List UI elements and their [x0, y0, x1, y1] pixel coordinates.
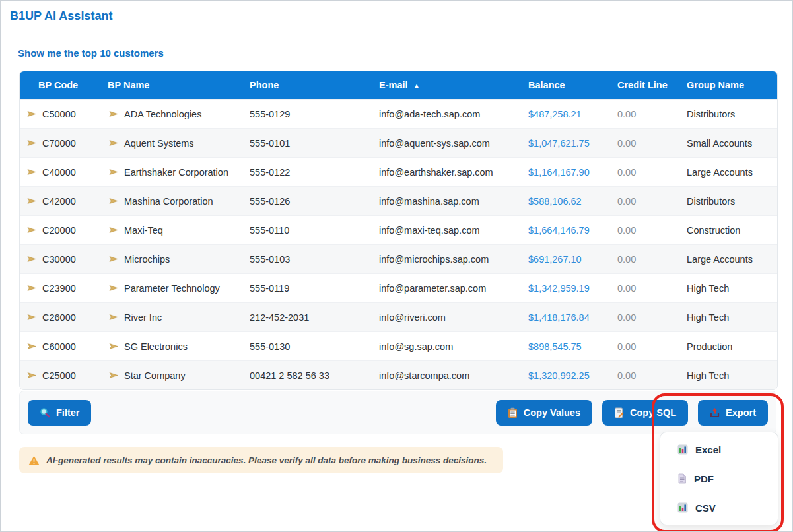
chart-bars-icon: [677, 502, 688, 513]
table-row: C20000 Maxi-Teq 555-0110 info@maxi-teq.s…: [20, 215, 777, 244]
export-menu-item-excel[interactable]: Excel: [660, 435, 778, 464]
email-cell: info@parameter.sap.com: [379, 283, 528, 294]
column-header-balance[interactable]: Balance: [528, 80, 617, 90]
credit-line-cell: 0.00: [617, 109, 687, 119]
export-menu-item-csv[interactable]: CSV: [660, 493, 778, 522]
export-button[interactable]: Export: [698, 400, 768, 426]
phone-cell: 00421 2 582 56 33: [250, 370, 379, 381]
link-arrow-icon[interactable]: [27, 197, 36, 205]
link-arrow-icon[interactable]: [109, 314, 118, 321]
bp-name-cell: Aquent Systems: [124, 138, 194, 149]
credit-line-cell: 0.00: [617, 312, 687, 323]
link-arrow-icon[interactable]: [109, 226, 118, 234]
link-arrow-icon[interactable]: [109, 372, 118, 379]
link-arrow-icon[interactable]: [27, 139, 36, 147]
link-arrow-icon[interactable]: [109, 255, 118, 263]
bp-name-cell: Mashina Corporation: [124, 196, 213, 207]
link-arrow-icon[interactable]: [27, 226, 36, 234]
phone-cell: 555-0103: [250, 254, 379, 265]
credit-line-cell: 0.00: [617, 167, 687, 178]
balance-cell: $1,418,176.84: [528, 312, 617, 323]
export-menu-item-pdf[interactable]: PDF: [660, 464, 778, 493]
warning-triangle-icon: [28, 455, 40, 465]
email-cell: info@aquent-sys.sap.com: [379, 138, 528, 149]
bp-name-cell: River Inc: [124, 312, 162, 323]
link-arrow-icon[interactable]: [109, 343, 118, 350]
results-table: BP Code BP Name Phone E-mail▲ Balance Cr…: [19, 71, 778, 390]
link-arrow-icon[interactable]: [109, 168, 118, 176]
link-arrow-icon[interactable]: [27, 343, 36, 350]
filter-button[interactable]: Filter: [28, 400, 91, 426]
group-name-cell: Small Accounts: [687, 138, 777, 149]
table-row: C23900 Parameter Technology 555-0119 inf…: [20, 273, 777, 302]
balance-cell: $1,320,992.25: [528, 370, 617, 381]
group-name-cell: High Tech: [687, 370, 777, 381]
bp-code-cell: C25000: [42, 370, 76, 381]
group-name-cell: Production: [687, 341, 777, 352]
bp-name-cell: Maxi-Teq: [124, 225, 163, 236]
balance-cell: $1,664,146.79: [528, 225, 617, 236]
link-arrow-icon[interactable]: [27, 255, 36, 263]
column-header-email[interactable]: E-mail▲: [379, 80, 528, 90]
bp-code-cell: C20000: [42, 225, 76, 236]
table-row: C30000 Microchips 555-0103 info@microchi…: [20, 244, 777, 273]
column-header-bp-code[interactable]: BP Code: [20, 80, 104, 90]
link-arrow-icon[interactable]: [109, 284, 118, 292]
bp-code-cell: C42000: [42, 196, 76, 207]
column-header-group-name[interactable]: Group Name: [687, 80, 777, 90]
group-name-cell: High Tech: [687, 312, 777, 323]
table-footer-toolbar: Filter Copy Values Copy SQL Export: [19, 391, 776, 434]
phone-cell: 555-0129: [250, 109, 379, 119]
credit-line-cell: 0.00: [617, 138, 687, 149]
pdf-file-icon: [677, 473, 687, 484]
link-arrow-icon[interactable]: [27, 314, 36, 321]
export-menu-item-label: CSV: [695, 502, 716, 514]
clipboard-icon: [508, 407, 518, 418]
column-header-phone[interactable]: Phone: [250, 80, 379, 90]
copy-values-button[interactable]: Copy Values: [496, 400, 592, 426]
balance-cell: $1,047,621.75: [528, 138, 617, 149]
b1up-ai-assistant-window: B1UP AI Assistant Show me the top 10 cus…: [0, 0, 793, 532]
bp-name-cell: SG Electronics: [124, 341, 188, 352]
phone-cell: 555-0119: [250, 283, 379, 294]
phone-cell: 555-0101: [250, 138, 379, 149]
phone-cell: 555-0126: [250, 196, 379, 207]
magnifier-icon: [40, 407, 50, 418]
bp-code-cell: C23900: [42, 283, 76, 294]
email-cell: info@maxi-teq.sap.com: [379, 225, 528, 236]
email-cell: info@mashina.sap.com: [379, 196, 528, 207]
column-header-bp-name[interactable]: BP Name: [104, 80, 250, 90]
group-name-cell: Construction: [687, 225, 777, 236]
document-pencil-icon: [614, 407, 624, 418]
phone-cell: 555-0130: [250, 341, 379, 352]
balance-cell: $898,545.75: [528, 341, 617, 352]
link-arrow-icon[interactable]: [27, 372, 36, 379]
link-arrow-icon[interactable]: [109, 110, 118, 117]
balance-cell: $691,267.10: [528, 254, 617, 265]
email-cell: info@ada-tech.sap.com: [379, 109, 528, 119]
bp-code-cell: C26000: [42, 312, 76, 323]
link-arrow-icon[interactable]: [109, 197, 118, 205]
copy-sql-button[interactable]: Copy SQL: [602, 400, 688, 426]
balance-cell: $588,106.62: [528, 196, 617, 207]
column-header-credit-line[interactable]: Credit Line: [617, 80, 687, 90]
export-menu-item-label: Excel: [695, 444, 721, 455]
email-cell: info@riveri.com: [379, 312, 528, 323]
balance-cell: $1,164,167.90: [528, 167, 617, 178]
link-arrow-icon[interactable]: [27, 168, 36, 176]
bp-code-cell: C50000: [42, 109, 76, 119]
action-button-group: Copy Values Copy SQL Export: [496, 400, 768, 426]
table-row: C25000 Star Company 00421 2 582 56 33 in…: [20, 360, 777, 389]
balance-cell: $1,342,959.19: [528, 283, 617, 294]
phone-cell: 555-0122: [250, 167, 379, 178]
table-row: C50000 ADA Technologies 555-0129 info@ad…: [20, 99, 777, 128]
link-arrow-icon[interactable]: [27, 284, 36, 292]
bp-name-cell: Parameter Technology: [124, 283, 220, 294]
group-name-cell: Large Accounts: [687, 167, 777, 178]
sort-ascending-icon: ▲: [413, 82, 421, 90]
export-menu-item-label: PDF: [694, 473, 714, 484]
bp-name-cell: Star Company: [124, 370, 186, 381]
link-arrow-icon[interactable]: [27, 110, 36, 117]
table-row: C42000 Mashina Corporation 555-0126 info…: [20, 186, 777, 215]
link-arrow-icon[interactable]: [109, 139, 118, 147]
